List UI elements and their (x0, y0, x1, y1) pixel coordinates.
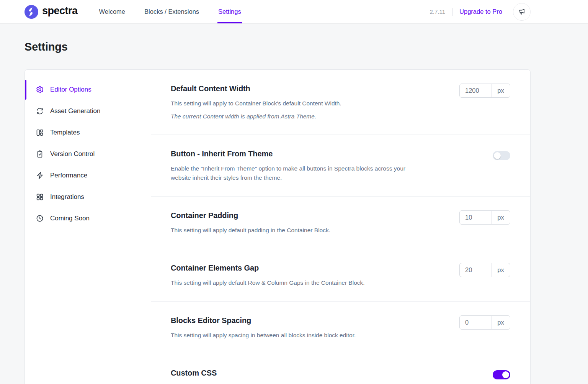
upgrade-to-pro-link[interactable]: Upgrade to Pro (459, 8, 502, 15)
main-nav: WelcomeBlocks / ExtensionsSettings (98, 0, 242, 23)
nav-label: Blocks / Extensions (144, 8, 199, 15)
lightning-icon (36, 171, 44, 180)
unit-label: px (491, 263, 510, 277)
setting-text: Button - Inherit From Theme Enable the "… (171, 149, 423, 182)
settings-main: Default Content Width This setting will … (151, 70, 530, 384)
unit-label: px (491, 316, 510, 329)
number-input-group: px (459, 84, 510, 98)
settings-sidebar: Editor Options Asset Generation Template… (25, 70, 151, 384)
number-input-group: px (459, 315, 510, 330)
sidebar-item-label: Editor Options (50, 86, 91, 94)
brand: spectra (24, 0, 78, 23)
sidebar-item-label: Templates (50, 129, 80, 136)
setting-title: Custom CSS (171, 369, 217, 377)
nav-label: Welcome (99, 8, 125, 15)
setting-control: px (459, 263, 510, 277)
sidebar-item-label: Integrations (50, 193, 84, 201)
setting-text: Container Elements Gap This setting will… (171, 264, 365, 287)
sidebar-item-version-control[interactable]: Version Control (25, 143, 151, 165)
unit-label: px (491, 211, 510, 224)
sidebar-item-coming-soon[interactable]: Coming Soon (25, 208, 151, 229)
setting-control (493, 149, 510, 160)
page-title: Settings (24, 41, 531, 53)
setting-row-blocks-editor-spacing: Blocks Editor Spacing This setting will … (151, 302, 530, 354)
setting-row-container-elements-gap: Container Elements Gap This setting will… (151, 249, 530, 302)
setting-title: Button - Inherit From Theme (171, 149, 423, 158)
setting-control: px (459, 210, 510, 225)
setting-text: Custom CSS (171, 369, 217, 377)
setting-note: The current Content width is applied fro… (171, 112, 341, 121)
setting-row-container-padding: Container Padding This setting will appl… (151, 197, 530, 249)
custom-css-toggle[interactable] (493, 370, 510, 379)
sidebar-item-templates[interactable]: Templates (25, 122, 151, 143)
setting-description: This setting will apply default Row & Co… (171, 278, 365, 287)
spectra-logo-icon (24, 5, 38, 19)
tab-welcome[interactable]: Welcome (98, 0, 126, 23)
default-content-width-input[interactable] (460, 84, 491, 97)
announcements-button[interactable] (513, 3, 531, 21)
setting-row-default-content-width: Default Content Width This setting will … (151, 70, 530, 135)
container-elements-gap-input[interactable] (460, 263, 491, 277)
setting-control: px (459, 315, 510, 330)
setting-description: This setting will apply spacing in betwe… (171, 331, 356, 340)
setting-control (493, 368, 510, 379)
sidebar-item-asset-generation[interactable]: Asset Generation (25, 100, 151, 122)
setting-title: Blocks Editor Spacing (171, 316, 356, 325)
sidebar-item-label: Coming Soon (50, 215, 90, 222)
setting-text: Blocks Editor Spacing This setting will … (171, 316, 356, 340)
container-padding-input[interactable] (460, 211, 491, 224)
unit-label: px (491, 84, 510, 97)
brand-name: spectra (42, 6, 78, 18)
sync-icon (36, 107, 44, 115)
setting-title: Default Content Width (171, 84, 341, 93)
setting-control: px (459, 84, 510, 98)
setting-description: This setting will apply to Container Blo… (171, 99, 341, 108)
divider (452, 8, 452, 16)
sidebar-item-editor-options[interactable]: Editor Options (25, 79, 151, 100)
button-inherit-from-theme-toggle[interactable] (493, 151, 510, 160)
settings-card: Editor Options Asset Generation Template… (24, 69, 531, 384)
top-bar-right: 2.7.11 Upgrade to Pro (430, 0, 531, 23)
sidebar-item-label: Performance (50, 172, 87, 179)
toggle-knob (502, 371, 509, 378)
setting-description: Enable the "Inherit From Theme" option t… (171, 164, 423, 182)
sidebar-item-label: Asset Generation (50, 107, 100, 115)
setting-text: Default Content Width This setting will … (171, 84, 341, 121)
setting-description: This setting will apply default padding … (171, 226, 330, 235)
nav-label: Settings (218, 8, 241, 15)
blocks-editor-spacing-input[interactable] (460, 316, 491, 329)
layout-icon (36, 128, 44, 137)
clipboard-check-icon (36, 150, 44, 158)
gear-icon (36, 85, 44, 94)
top-bar-left: spectra WelcomeBlocks / ExtensionsSettin… (24, 0, 242, 23)
setting-text: Container Padding This setting will appl… (171, 211, 330, 235)
number-input-group: px (459, 263, 510, 277)
toggle-knob (494, 152, 501, 159)
grid-icon (36, 193, 44, 201)
sidebar-item-integrations[interactable]: Integrations (25, 186, 151, 208)
version-label: 2.7.11 (430, 8, 446, 15)
sidebar-item-label: Version Control (50, 150, 95, 158)
clock-icon (36, 214, 44, 223)
megaphone-icon (518, 8, 526, 16)
number-input-group: px (459, 210, 510, 225)
setting-row-custom-css: Custom CSS (151, 354, 530, 384)
tab-blocks-extensions[interactable]: Blocks / Extensions (144, 0, 200, 23)
tab-settings[interactable]: Settings (217, 0, 242, 23)
setting-row-button-inherit-from-theme: Button - Inherit From Theme Enable the "… (151, 135, 530, 197)
top-bar: spectra WelcomeBlocks / ExtensionsSettin… (0, 0, 588, 24)
sidebar-item-performance[interactable]: Performance (25, 165, 151, 186)
setting-title: Container Padding (171, 211, 330, 220)
setting-title: Container Elements Gap (171, 264, 365, 272)
active-indicator-bar (25, 80, 26, 100)
